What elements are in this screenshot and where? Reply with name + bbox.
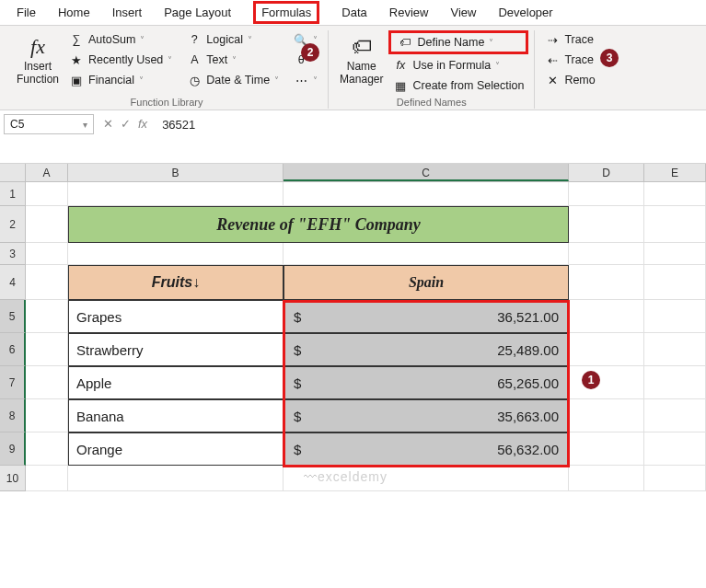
row-5[interactable]: 5: [0, 300, 26, 333]
trace-dependents-button[interactable]: ⇠Trace: [540, 51, 599, 69]
recently-used-button[interactable]: ★Recently Used: [64, 51, 177, 69]
name-manager-icon: 🏷: [352, 33, 372, 61]
row-7[interactable]: 7: [0, 366, 26, 399]
text-button[interactable]: AText: [182, 51, 284, 69]
trace-icon: ⇢: [545, 32, 560, 47]
formula-bar: C5▾ ✕ ✓ fx 36521: [0, 110, 706, 164]
fx-icon[interactable]: fx: [138, 117, 147, 131]
row-10[interactable]: 10: [0, 466, 26, 491]
title-cell[interactable]: Revenue of "EFH" Company: [68, 206, 569, 243]
tab-insert[interactable]: Insert: [101, 0, 154, 25]
financial-button[interactable]: ▣Financial: [64, 71, 177, 89]
sigma-icon: ∑: [69, 32, 84, 47]
row-8[interactable]: 8: [0, 399, 26, 432]
cell-C6[interactable]: $25,489.00: [284, 333, 569, 366]
tab-review[interactable]: Review: [378, 0, 440, 25]
remove-arrows-button[interactable]: ✕Remo: [540, 71, 599, 89]
use-in-formula-button[interactable]: fxUse in Formula: [388, 56, 528, 75]
money-icon: ▣: [69, 73, 84, 87]
create-from-selection-button[interactable]: ▦Create from Selection: [388, 76, 528, 95]
insert-function-button[interactable]: fx Insert Function: [11, 30, 64, 89]
watermark: 〰exceldemy: [304, 469, 388, 484]
trace2-icon: ⇠: [545, 52, 560, 67]
row-4[interactable]: 4: [0, 265, 26, 300]
star-icon: ★: [69, 52, 84, 67]
group-trace-partial: ⇢Trace ⇠Trace ✕Remo: [535, 30, 605, 109]
enter-icon[interactable]: ✓: [121, 117, 131, 131]
cell-B8[interactable]: Banana: [68, 399, 284, 432]
annotation-badge-2: 2: [301, 43, 319, 62]
group-defined-names: 🏷 Name Manager 🏷Define Name fxUse in For…: [329, 30, 535, 109]
cell-C5[interactable]: $36,521.00: [284, 300, 569, 333]
cell-B7[interactable]: Apple: [68, 366, 284, 399]
header-fruits[interactable]: Fruits: [68, 265, 284, 300]
cell-C8[interactable]: $35,663.00: [284, 399, 569, 432]
row-1[interactable]: 1: [0, 182, 26, 206]
cell-B6[interactable]: Strawberry: [68, 333, 284, 366]
define-name-button[interactable]: 🏷Define Name: [393, 33, 524, 52]
fx-icon: fx: [30, 33, 45, 61]
tab-data[interactable]: Data: [330, 0, 377, 25]
spreadsheet: A B C D E 1 2 Revenue of "EFH" Company 3…: [0, 164, 706, 491]
formula-input[interactable]: 36521: [156, 116, 201, 133]
autosum-button[interactable]: ∑AutoSum: [64, 30, 177, 49]
text-icon: A: [187, 52, 202, 67]
row-9[interactable]: 9: [0, 432, 26, 466]
cell-C7[interactable]: $65,265.00: [284, 366, 569, 399]
ribbon-tabs: File Home Insert Page Layout Formulas Da…: [0, 0, 706, 26]
tab-view[interactable]: View: [439, 0, 487, 25]
tab-pagelayout[interactable]: Page Layout: [153, 0, 242, 25]
tab-formulas[interactable]: Formulas: [242, 0, 330, 25]
group-label-defnames: Defined Names: [334, 95, 528, 109]
tab-file[interactable]: File: [6, 0, 47, 25]
arrow-down-icon: [192, 274, 200, 291]
column-headers: A B C D E: [0, 164, 706, 182]
col-A[interactable]: A: [26, 164, 68, 181]
more-icon: ⋯: [294, 73, 308, 87]
annotation-badge-3: 3: [600, 49, 619, 67]
fx-small-icon: fx: [393, 58, 408, 73]
chevron-down-icon[interactable]: ▾: [83, 120, 87, 130]
select-all-corner[interactable]: [0, 164, 26, 181]
col-B[interactable]: B: [68, 164, 284, 181]
ribbon: 2 3 fx Insert Function ∑AutoSum ★Recentl…: [0, 26, 706, 110]
tab-home[interactable]: Home: [47, 0, 101, 25]
header-spain[interactable]: Spain: [284, 265, 569, 300]
row-2[interactable]: 2: [0, 206, 26, 243]
logical-icon: ?: [187, 32, 202, 47]
cell-B9[interactable]: Orange: [68, 432, 284, 466]
logical-button[interactable]: ?Logical: [182, 30, 284, 49]
annotation-badge-1: 1: [582, 371, 600, 389]
more-button[interactable]: ⋯: [289, 71, 322, 89]
trace-precedents-button[interactable]: ⇢Trace: [540, 30, 599, 49]
create-icon: ▦: [393, 78, 408, 93]
col-D[interactable]: D: [569, 164, 644, 181]
cancel-icon[interactable]: ✕: [103, 117, 113, 131]
group-label-funclib: Function Library: [11, 95, 322, 109]
row-6[interactable]: 6: [0, 333, 26, 366]
group-function-library: fx Insert Function ∑AutoSum ★Recently Us…: [6, 30, 329, 109]
cell-C9[interactable]: $56,632.00: [284, 432, 569, 466]
tab-developer[interactable]: Developer: [487, 0, 563, 25]
datetime-button[interactable]: ◷Date & Time: [182, 71, 284, 89]
tag-icon: 🏷: [398, 35, 412, 50]
name-box[interactable]: C5▾: [4, 114, 94, 134]
clock-icon: ◷: [187, 73, 202, 87]
row-3[interactable]: 3: [0, 243, 26, 265]
name-manager-button[interactable]: 🏷 Name Manager: [334, 30, 388, 89]
col-E[interactable]: E: [644, 164, 706, 181]
col-C[interactable]: C: [284, 164, 569, 181]
cell-B5[interactable]: Grapes: [68, 300, 284, 333]
remove-icon: ✕: [545, 73, 560, 87]
